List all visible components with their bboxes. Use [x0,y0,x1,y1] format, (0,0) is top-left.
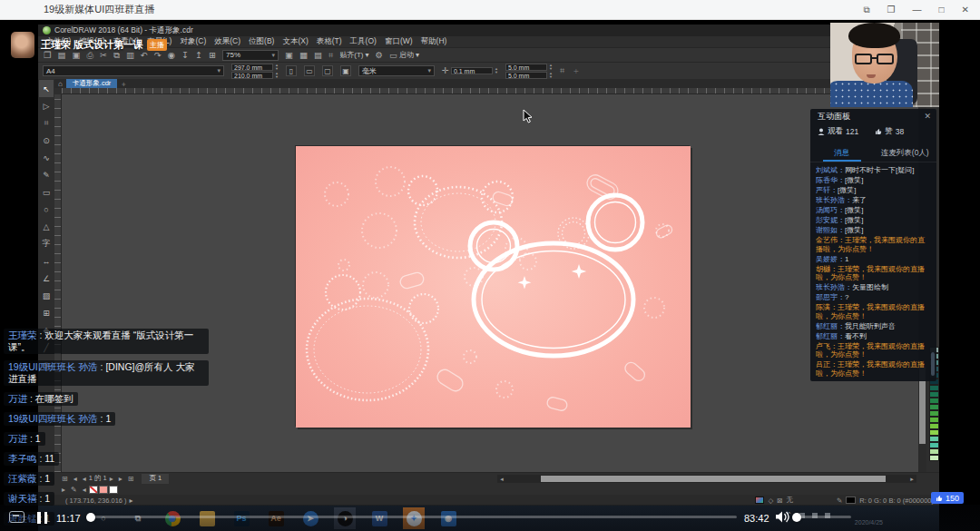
current-page-button[interactable]: ▣ [340,65,351,76]
progress-knob[interactable] [86,513,95,522]
open-icon[interactable]: ▤ [58,51,66,60]
menu-item[interactable]: 工具(O) [346,36,380,47]
cut-icon[interactable]: ✂ [100,51,107,60]
menu-item[interactable]: 窗口(W) [380,36,416,47]
color-swatch[interactable] [929,423,939,429]
page-size-combo[interactable]: A4▾ [43,65,224,76]
zoom-tool[interactable]: ⊙ [39,132,54,149]
landscape-button[interactable]: ▭ [304,65,315,76]
maximize-button[interactable]: □ [939,5,945,15]
undo-icon[interactable]: ↶ [141,51,148,60]
artistic-media-tool[interactable]: ✎ [39,166,54,183]
home-icon[interactable]: ⌂ [58,80,63,88]
scroll-left-icon[interactable]: ◂ [497,476,506,483]
print-icon[interactable]: ⎙ [87,51,94,60]
document-tab[interactable]: 卡通形象.cdr [66,79,118,88]
scroll-right-icon[interactable]: ▸ [907,476,916,483]
units-combo[interactable]: 毫米▾ [358,65,435,76]
color-swatch[interactable] [929,391,939,398]
scrollbar-thumb[interactable] [541,476,886,482]
pip-button[interactable]: ⧉ [863,5,869,15]
spinner-icon[interactable]: ▲▼ [549,72,553,79]
color-swatch[interactable] [929,410,939,417]
color-swatch[interactable] [929,429,939,436]
color-swatch[interactable] [929,404,939,410]
progress-bar[interactable] [91,516,737,518]
horizontal-ruler[interactable] [62,88,918,94]
welcome-screen-icon[interactable]: ◉ [168,51,175,60]
app-launcher-icon[interactable]: ⊞ [209,51,216,60]
new-document-icon[interactable]: ❐ [44,51,52,60]
volume-icon[interactable] [775,510,789,527]
redo-icon[interactable]: ↷ [154,51,162,60]
menu-item[interactable]: 帮助(H) [416,36,451,47]
spinner-icon[interactable]: ▲▼ [275,64,279,71]
launch-button[interactable]: ▭ 启动▾ [389,50,419,60]
duplicate-x-input[interactable]: 5.0 mm [505,64,547,71]
color-swatch[interactable] [929,455,939,461]
connector-tool[interactable]: ∠ [39,270,54,287]
tab-messages[interactable]: 消息 [810,145,874,162]
page-width-input[interactable]: 297.0 mm [231,64,273,71]
panel-scrollbar[interactable] [931,352,935,376]
color-swatch[interactable] [929,417,939,423]
transparency-tool[interactable]: ▨ [39,287,54,304]
tab-mic-list[interactable]: 连麦列表(0人) [874,145,937,162]
show-guidelines-icon[interactable]: ⌗ [328,51,333,60]
close-button[interactable]: ✕ [962,5,969,15]
show-rulers-icon[interactable]: ▦ [299,51,308,60]
menu-item[interactable]: 表格(T) [312,36,346,47]
volume-slider[interactable] [797,516,851,518]
close-icon[interactable]: ✕ [924,112,931,121]
polygon-tool[interactable]: △ [39,218,54,235]
pick-tool[interactable]: ↖ [39,80,54,97]
treat-as-filled-icon[interactable]: ⌗ [560,66,564,75]
color-swatch[interactable] [929,436,939,442]
streamer-avatar[interactable] [11,32,34,58]
volume-knob[interactable] [792,513,801,522]
minimize-button[interactable]: — [913,5,922,15]
import-icon[interactable]: ↧ [181,51,189,60]
page-height-input[interactable]: 210.0 mm [231,72,273,79]
page-canvas[interactable] [295,145,690,427]
snap-to-button[interactable]: 贴齐(T)▾ [339,50,368,60]
menu-item[interactable]: 文本(X) [279,36,312,47]
rectangle-tool[interactable]: ▭ [39,183,54,201]
text-tool[interactable]: 字 [39,235,54,252]
all-pages-button[interactable]: ▢ [322,65,333,76]
zoom-level-combo[interactable]: 75%▾ [222,50,279,61]
spinner-icon[interactable]: ▲▼ [549,64,553,71]
spinner-icon[interactable]: ▲▼ [495,67,498,74]
color-swatch[interactable] [929,442,939,448]
menu-item[interactable]: 对象(C) [176,36,211,47]
export-icon[interactable]: ↥ [195,51,202,60]
dimension-tool[interactable]: ↔ [39,252,54,270]
new-window-button[interactable]: ❐ [887,5,896,15]
pause-button[interactable] [37,512,49,524]
new-tab-icon[interactable]: ＋ [120,79,127,89]
message-list[interactable]: 刘斌斌网时不时卡一下[疑问] 陈香华[微笑] 严轩[微笑] 班长孙浩来了 汤闻巧… [816,166,931,378]
portrait-button[interactable]: ▯ [286,65,297,76]
color-swatch[interactable] [929,398,939,404]
duplicate-y-input[interactable]: 5.0 mm [505,72,547,79]
menu-item[interactable]: 位图(B) [245,36,279,47]
spinner-icon[interactable]: ▲▼ [275,72,279,79]
notes-icon[interactable] [9,511,24,523]
crop-tool[interactable]: ⌗ [39,114,54,132]
freehand-tool[interactable]: ∿ [39,149,54,166]
nudge-input[interactable]: 0.1 mm [451,67,493,74]
menu-item[interactable]: 效果(C) [211,36,245,47]
color-swatch[interactable] [929,448,939,455]
add-icon[interactable]: ＋ [572,66,581,75]
copy-icon[interactable]: ⧉ [113,51,120,60]
options-gear-icon[interactable]: ⚙ [376,51,384,60]
show-grid-icon[interactable]: ▤ [314,51,322,60]
horizontal-scrollbar[interactable]: ◂ ▸ [497,475,916,483]
ellipse-tool[interactable]: ○ [39,201,54,218]
paste-icon[interactable]: ▥ [126,51,134,60]
mesh-fill-tool[interactable]: ⊞ [39,304,54,321]
save-icon[interactable]: ▣ [73,51,81,60]
fullscreen-preview-icon[interactable]: ▣ [285,51,293,60]
shape-tool[interactable]: ▷ [39,97,54,114]
color-swatch[interactable] [929,385,939,391]
